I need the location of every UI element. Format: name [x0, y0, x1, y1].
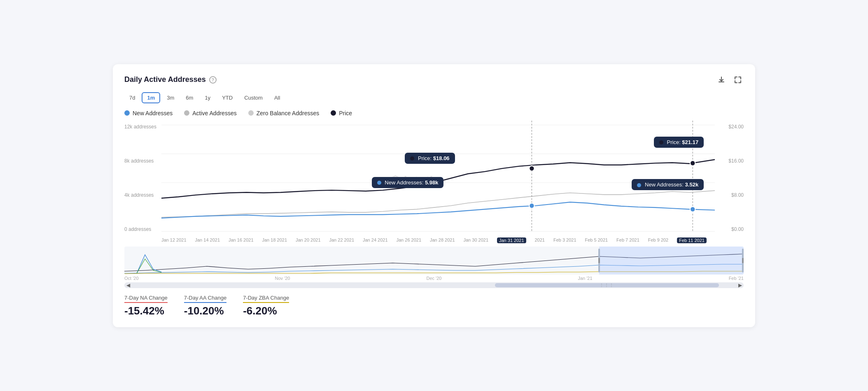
expand-button[interactable] — [732, 74, 744, 86]
stats-row: 7-Day NA Change -15.42% 7-Day AA Change … — [124, 295, 744, 317]
title-area: Daily Active Addresses ? — [124, 75, 217, 84]
x-label-16: Feb 11 2021 — [677, 237, 707, 243]
x-label-11: 2021 — [535, 237, 545, 243]
stat-na-value: -15.42% — [124, 305, 168, 317]
mini-chart — [124, 247, 744, 275]
scrollbar-thumb[interactable]: ⋮⋮⋮ — [495, 283, 719, 287]
svg-point-9 — [690, 206, 695, 212]
main-card: Daily Active Addresses ? 7d 1m 3m 6m 1y … — [113, 64, 755, 327]
filter-custom[interactable]: Custom — [239, 93, 268, 103]
x-label-15: Feb 9 202 — [648, 237, 669, 243]
legend-dot-new — [124, 110, 130, 116]
legend-dot-price — [331, 110, 336, 116]
y-axis-right: $24.00 $16.00 $8.00 $0.00 — [715, 121, 744, 236]
mini-label-nov: Nov '20 — [275, 276, 290, 281]
y-label-4k: 4k addresses — [124, 192, 161, 198]
filter-7d[interactable]: 7d — [124, 93, 140, 103]
y-label-0: 0 addresses — [124, 226, 161, 232]
stat-na-label: 7-Day NA Change — [124, 295, 168, 303]
legend-zero-balance[interactable]: Zero Balance Addresses — [248, 110, 320, 116]
header-actions — [716, 74, 744, 86]
y-label-24: $24.00 — [715, 124, 744, 130]
stat-aa-label: 7-Day AA Change — [184, 295, 226, 303]
filter-all[interactable]: All — [269, 93, 285, 103]
legend-dot-active — [184, 110, 189, 116]
y-axis-left: 12k addresses 8k addresses 4k addresses … — [124, 121, 161, 236]
y-label-8: $8.00 — [715, 192, 744, 198]
stat-aa-value: -10.20% — [184, 305, 226, 317]
y-label-8k: 8k addresses — [124, 158, 161, 164]
legend-row: New Addresses Active Addresses Zero Bala… — [124, 110, 744, 116]
legend-label-active: Active Addresses — [192, 110, 236, 116]
y-label-0r: $0.00 — [715, 226, 744, 232]
help-icon[interactable]: ? — [209, 76, 217, 84]
filter-1y[interactable]: 1y — [200, 93, 215, 103]
x-label-9: Jan 30 2021 — [464, 237, 489, 243]
svg-rect-11 — [599, 247, 744, 275]
legend-label-new: New Addresses — [133, 110, 173, 116]
scrollbar-handle-icon: ⋮⋮⋮ — [600, 283, 614, 287]
filter-3m[interactable]: 3m — [162, 93, 179, 103]
legend-label-zero: Zero Balance Addresses — [257, 110, 320, 116]
filter-1m[interactable]: 1m — [142, 92, 160, 103]
time-filters: 7d 1m 3m 6m 1y YTD Custom All — [124, 92, 744, 103]
legend-label-price: Price — [339, 110, 352, 116]
chart-title: Daily Active Addresses — [124, 75, 206, 84]
download-button[interactable] — [716, 74, 727, 86]
chart-svg-wrapper: ⬡ intothe Price: $18.06 New Addresses: 5… — [161, 121, 715, 236]
x-label-3: Jan 18 2021 — [262, 237, 287, 243]
scrollbar-right-arrow[interactable]: ▶ — [736, 282, 744, 289]
x-label-2: Jan 16 2021 — [229, 237, 254, 243]
x-label-0: Jan 12 2021 — [161, 237, 187, 243]
chart-area: 12k addresses 8k addresses 4k addresses … — [124, 121, 744, 236]
mini-chart-svg — [124, 247, 744, 275]
legend-dot-zero — [248, 110, 254, 116]
x-label-6: Jan 24 2021 — [363, 237, 388, 243]
x-label-4: Jan 20 2021 — [296, 237, 321, 243]
mini-label-oct: Oct '20 — [124, 276, 139, 281]
x-label-1: Jan 14 2021 — [195, 237, 220, 243]
y-label-16: $16.00 — [715, 158, 744, 164]
mini-label-feb: Feb '21 — [729, 276, 744, 281]
scrollbar-left-arrow[interactable]: ◀ — [124, 282, 132, 289]
svg-point-5 — [529, 165, 534, 171]
svg-point-8 — [690, 160, 695, 165]
x-axis-labels: Jan 12 2021 Jan 14 2021 Jan 16 2021 Jan … — [124, 236, 744, 243]
stat-na-change: 7-Day NA Change -15.42% — [124, 295, 168, 317]
svg-text:⬡ intothe: ⬡ intothe — [390, 173, 443, 187]
x-label-12: Feb 3 2021 — [553, 237, 576, 243]
x-label-8: Jan 28 2021 — [430, 237, 455, 243]
mini-chart-labels: Oct '20 Nov '20 Dec '20 Jan '21 Feb '21 — [124, 275, 744, 281]
legend-new-addresses[interactable]: New Addresses — [124, 110, 173, 116]
filter-ytd[interactable]: YTD — [217, 93, 238, 103]
mini-label-dec: Dec '20 — [427, 276, 442, 281]
mini-label-jan: Jan '21 — [578, 276, 592, 281]
x-label-13: Feb 5 2021 — [585, 237, 608, 243]
stat-zba-value: -6.20% — [243, 305, 289, 317]
x-label-5: Jan 22 2021 — [329, 237, 355, 243]
legend-active-addresses[interactable]: Active Addresses — [184, 110, 236, 116]
y-label-12k: 12k addresses — [124, 124, 161, 130]
x-label-10: Jan 31 2021 — [497, 237, 526, 243]
stat-zba-change: 7-Day ZBA Change -6.20% — [243, 295, 289, 317]
header-row: Daily Active Addresses ? — [124, 74, 744, 86]
legend-price[interactable]: Price — [331, 110, 352, 116]
filter-6m[interactable]: 6m — [181, 93, 198, 103]
x-label-14: Feb 7 2021 — [616, 237, 639, 243]
scrollbar: ◀ ⋮⋮⋮ ▶ — [124, 282, 744, 288]
stat-aa-change: 7-Day AA Change -10.20% — [184, 295, 226, 317]
x-label-7: Jan 26 2021 — [397, 237, 422, 243]
svg-point-6 — [529, 203, 534, 208]
stat-zba-label: 7-Day ZBA Change — [243, 295, 289, 303]
